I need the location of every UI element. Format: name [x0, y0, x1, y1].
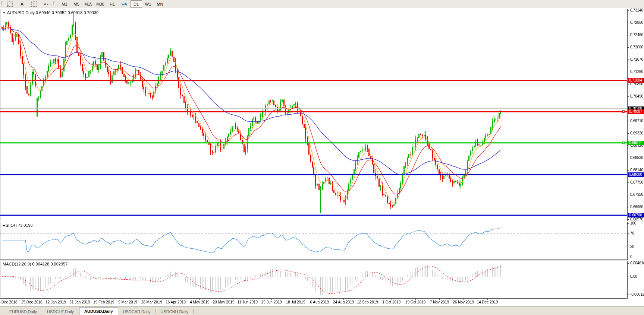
price-tick-label: 0.72850	[630, 20, 643, 25]
macd-tick-label: 0.00	[630, 274, 637, 279]
symbol-tab-usdchf[interactable]: USDCHF,Daily	[42, 308, 79, 315]
price-tick-label: 0.71670	[630, 57, 643, 61]
level-price-label: 0.71004	[628, 78, 644, 83]
date-label: 14 Dec 2019	[472, 300, 503, 304]
price-tick-label: 0.71280	[630, 70, 643, 74]
price-tick-label: 0.72460	[630, 33, 643, 37]
level-price-label: 0.69011	[628, 141, 644, 145]
symbol-tab-audusd[interactable]: AUDUSD,Daily	[79, 308, 118, 315]
chart-title-text: AUDUSD,Daily 0.69940 0.70052 0.69918 0.7…	[7, 10, 98, 15]
price-tick-label: 0.67750	[630, 180, 643, 184]
symbol-tab-usdcad[interactable]: USDCAD,Daily	[118, 308, 155, 315]
rsi-indicator-title: RSI(14) 73.0196	[3, 223, 33, 228]
price-tick-label: 0.73240	[630, 8, 643, 12]
price-tick-label: 0.69320	[630, 131, 643, 135]
price-tick-label: 0.72060	[630, 45, 643, 49]
price-tick-label: 0.66960	[630, 205, 643, 209]
level-price-label: 0.70007	[628, 109, 644, 114]
chart-title: ▼AUDUSD,Daily 0.69940 0.70052 0.69918 0.…	[3, 10, 98, 15]
tab-separator	[193, 309, 194, 314]
price-tick-label: 0.68530	[630, 156, 643, 160]
symbol-tab-eurusd[interactable]: EURUSD,Daily	[4, 308, 42, 315]
trading-app-window: F A T ✦ ▾ M1M5M15M30H1H4D1W1MN ▼AUDUSD,D…	[0, 0, 644, 315]
rsi-tick-label: 0	[630, 255, 632, 259]
macd-tick-label: 0.004616	[630, 261, 644, 265]
price-tick-label: 0.67350	[630, 192, 643, 197]
price-tick-label: 0.69710	[630, 119, 643, 123]
collapse-arrow-icon[interactable]: ▼	[3, 11, 6, 15]
price-tick-label: 0.66570	[630, 217, 643, 221]
macd-indicator-title: MACD(12,26,9) 0.004128 0.002957	[3, 262, 67, 266]
rsi-tick-label: 30	[630, 245, 634, 249]
chart-tabs-bar: EURUSD,DailyUSDCHF,DailyAUDUSD,DailyUSDC…	[0, 306, 644, 315]
level-price-label: 0.66700	[628, 213, 644, 217]
price-tick-label: 0.68140	[630, 168, 643, 172]
rsi-tick-label: 100	[630, 221, 636, 225]
macd-tick-label: -0.006126	[630, 292, 644, 296]
symbol-tab-usdcnh[interactable]: USDCNH,Daily	[155, 308, 193, 315]
chart-canvas[interactable]	[0, 0, 644, 315]
rsi-tick-label: 70	[630, 231, 634, 235]
price-tick-label: 0.70490	[630, 94, 643, 98]
level-price-label: 0.68000	[628, 172, 644, 177]
